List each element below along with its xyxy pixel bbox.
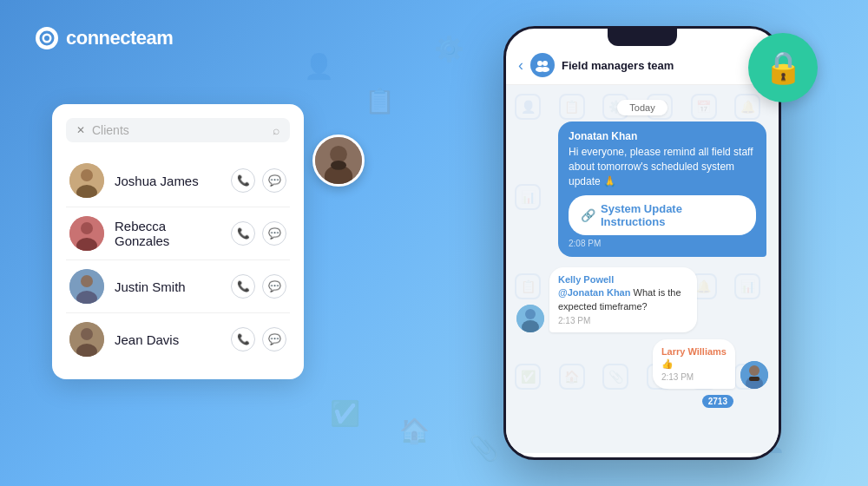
phone-mockup: ‹ Field managers team 👤 📋 ⚙️ 💬 📅 🔔 📊 ✅ 🏠… [503, 26, 781, 460]
message-button[interactable]: 💬 [262, 168, 286, 193]
channel-title: Field managers team [562, 59, 674, 72]
avatar [69, 216, 104, 251]
outgoing-message: Jonatan Khan Hi everyone, please remind … [558, 122, 766, 257]
avatar [69, 163, 104, 198]
contact-name: Joshua James [115, 174, 220, 188]
group-icon [530, 53, 555, 77]
phone-header: ‹ Field managers team [506, 46, 779, 85]
avatar [69, 322, 104, 357]
contact-actions: 📞 💬 [231, 274, 286, 299]
svg-point-10 [81, 275, 93, 287]
svg-point-22 [541, 67, 549, 72]
svg-point-20 [542, 61, 548, 66]
list-item: Rebecca Gonzales 📞 💬 [66, 207, 290, 260]
svg-point-18 [331, 161, 346, 170]
phone-notch [608, 29, 677, 46]
svg-point-2 [44, 36, 49, 41]
message-bubble: Larry Williams 👍 2:13 PM [653, 339, 735, 389]
svg-point-24 [525, 309, 536, 319]
link-button[interactable]: 🔗 System Update Instructions [569, 195, 756, 235]
avatar [516, 305, 544, 332]
link-icon: 🔗 [581, 208, 595, 222]
avatar [312, 135, 365, 187]
back-button[interactable]: ‹ [518, 56, 523, 75]
search-bar[interactable]: ✕ Clients ⌕ [66, 118, 290, 142]
close-icon[interactable]: ✕ [76, 124, 85, 136]
list-item: Justin Smith 📞 💬 [66, 260, 290, 313]
call-button[interactable]: 📞 [231, 327, 255, 351]
message-bubble: Kelly Powell @Jonatan Khan What is the e… [549, 267, 697, 332]
contact-actions: 📞 💬 [231, 327, 286, 351]
list-item: Jean Davis 📞 💬 [66, 313, 290, 365]
search-icon: ⌕ [273, 123, 279, 137]
contact-actions: 📞 💬 [231, 168, 286, 193]
svg-point-16 [330, 146, 347, 163]
call-button[interactable]: 📞 [231, 221, 255, 246]
contact-name: Justin Smith [115, 279, 220, 294]
contact-list-card: ✕ Clients ⌕ Joshua James 📞 💬 Rebecca G [52, 104, 304, 379]
lock-icon: 🔒 [764, 49, 803, 86]
incoming-message-row-larry: Larry Williams 👍 2:13 PM [516, 339, 768, 389]
avatar [69, 269, 104, 304]
svg-point-13 [81, 328, 93, 340]
svg-rect-29 [749, 377, 760, 381]
contact-name: Rebecca Gonzales [115, 219, 220, 248]
svg-point-4 [81, 169, 93, 181]
message-button[interactable]: 💬 [262, 274, 286, 299]
app-logo: connecteam [35, 26, 173, 50]
svg-point-19 [537, 61, 542, 66]
search-input-label: Clients [92, 123, 266, 137]
message-button[interactable]: 💬 [262, 327, 286, 351]
phone-chat-body: 👤 📋 ⚙️ 💬 📅 🔔 📊 ✅ 🏠 📎 🔗 👤 📋 ⚙️ 💬 📅 🔔 📊 ✅ … [506, 85, 779, 453]
message-button[interactable]: 💬 [262, 221, 286, 246]
incoming-message-row: Kelly Powell @Jonatan Khan What is the e… [516, 267, 768, 332]
call-button[interactable]: 📞 [231, 168, 255, 193]
contact-actions: 📞 💬 [231, 221, 286, 246]
svg-point-7 [81, 222, 93, 234]
contact-name: Jean Davis [115, 332, 220, 347]
call-button[interactable]: 📞 [231, 274, 255, 299]
list-item: Joshua James 📞 💬 [66, 154, 290, 207]
today-divider: Today [513, 99, 772, 115]
svg-point-27 [749, 365, 760, 376]
lock-badge: 🔒 [748, 33, 818, 102]
avatar [740, 361, 768, 389]
